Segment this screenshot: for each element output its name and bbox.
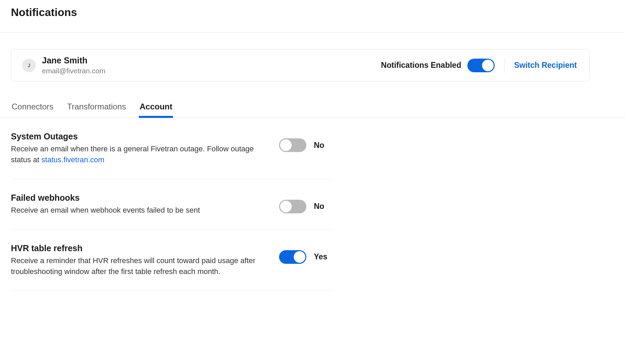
- notifications-enabled-toggle[interactable]: [467, 59, 495, 72]
- setting-row: System OutagesReceive an email when ther…: [11, 118, 334, 179]
- notifications-enabled-label: Notifications Enabled: [381, 61, 461, 70]
- recipient-info: Jane Smith email@fivetran.com: [42, 56, 375, 75]
- vertical-divider: [504, 58, 505, 73]
- setting-control: No: [279, 193, 334, 213]
- tab-transformations[interactable]: Transformations: [67, 102, 127, 118]
- setting-title: HVR table refresh: [11, 243, 268, 253]
- page-header: Notifications: [0, 0, 625, 32]
- setting-text: System OutagesReceive an email when ther…: [11, 132, 268, 165]
- setting-toggle[interactable]: [279, 250, 306, 264]
- recipient-section: J Jane Smith email@fivetran.com Notifica…: [0, 33, 600, 81]
- setting-description: Receive a reminder that HVR refreshes wi…: [11, 255, 268, 277]
- tab-account[interactable]: Account: [139, 102, 173, 118]
- tab-connectors[interactable]: Connectors: [11, 102, 54, 118]
- setting-toggle[interactable]: [279, 200, 306, 213]
- setting-description: Receive an email when webhook events fai…: [11, 205, 268, 216]
- setting-title: System Outages: [11, 132, 268, 141]
- setting-text: Failed webhooksReceive an email when web…: [11, 193, 268, 216]
- recipient-actions: Notifications Enabled Switch Recipient: [381, 58, 577, 73]
- notifications-enabled-group: Notifications Enabled: [381, 59, 495, 72]
- recipient-email: email@fivetran.com: [42, 67, 375, 75]
- avatar: J: [22, 59, 36, 72]
- setting-toggle[interactable]: [279, 138, 306, 152]
- page-title: Notifications: [11, 6, 614, 19]
- recipient-card: J Jane Smith email@fivetran.com Notifica…: [11, 49, 590, 81]
- status-link[interactable]: status.fivetran.com: [41, 155, 104, 164]
- setting-text: HVR table refreshReceive a reminder that…: [11, 243, 268, 277]
- toggle-state-label: No: [314, 202, 324, 211]
- toggle-state-label: No: [314, 141, 324, 150]
- tabs: ConnectorsTransformationsAccount: [0, 102, 625, 118]
- toggle-knob: [482, 60, 494, 71]
- setting-title: Failed webhooks: [11, 193, 268, 203]
- setting-row: HVR table refreshReceive a reminder that…: [11, 230, 334, 291]
- toggle-knob: [280, 139, 292, 151]
- setting-control: Yes: [279, 243, 334, 264]
- switch-recipient-link[interactable]: Switch Recipient: [514, 61, 577, 70]
- setting-description: Receive an email when there is a general…: [11, 143, 268, 165]
- setting-control: No: [279, 132, 334, 152]
- toggle-knob: [294, 251, 305, 263]
- toggle-state-label: Yes: [314, 252, 328, 261]
- settings-list: System OutagesReceive an email when ther…: [0, 118, 345, 291]
- toggle-knob: [280, 201, 292, 212]
- setting-row: Failed webhooksReceive an email when web…: [11, 179, 334, 230]
- recipient-name: Jane Smith: [42, 56, 375, 65]
